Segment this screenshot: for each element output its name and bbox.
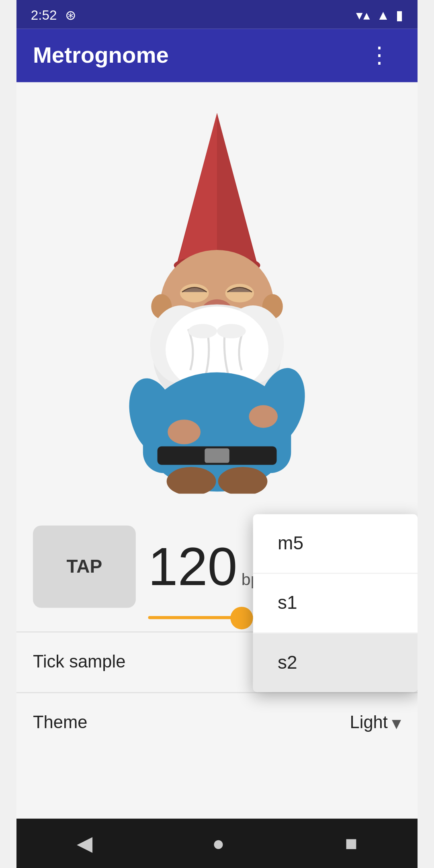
signal-icon: ▲ — [377, 7, 390, 22]
main-content: TAP 120 bpm Tick sample s2 ▾ Theme Light… — [16, 82, 418, 819]
app-title: Metrognome — [33, 42, 169, 69]
dropdown-item-s2[interactable]: s2 — [253, 633, 418, 692]
more-options-button[interactable]: ⋮ — [360, 40, 401, 71]
theme-dropdown-arrow: ▾ — [392, 712, 401, 734]
gnome-area — [16, 82, 418, 514]
home-button[interactable]: ● — [188, 823, 250, 864]
theme-label: Theme — [33, 713, 87, 733]
battery-icon: ▮ — [396, 7, 403, 22]
app-bar: Metrognome ⋮ — [16, 29, 418, 82]
svg-rect-27 — [205, 448, 229, 463]
bpm-value: 120 — [148, 540, 237, 594]
back-button[interactable]: ◀ — [52, 823, 117, 864]
svg-point-18 — [188, 324, 217, 338]
svg-point-8 — [225, 284, 254, 302]
notification-icon: ⊛ — [65, 7, 76, 22]
theme-row: Theme Light ▾ — [16, 692, 418, 753]
dropdown-item-s1[interactable]: s1 — [253, 574, 418, 633]
gnome-illustration — [104, 103, 330, 494]
svg-marker-2 — [217, 113, 256, 262]
status-left: 2:52 ⊛ — [31, 7, 76, 22]
recent-button[interactable]: ■ — [320, 823, 382, 864]
status-time: 2:52 — [31, 7, 57, 22]
wifi-icon: ▾▴ — [356, 7, 371, 22]
svg-point-7 — [180, 284, 209, 302]
tap-button[interactable]: TAP — [33, 526, 136, 608]
svg-point-19 — [217, 324, 246, 338]
theme-selector[interactable]: Light ▾ — [350, 712, 401, 734]
theme-value: Light — [350, 713, 387, 733]
nav-bar: ◀ ● ■ — [16, 819, 418, 868]
svg-point-25 — [249, 405, 278, 428]
dropdown-item-m5[interactable]: m5 — [253, 514, 418, 574]
status-right: ▾▴ ▲ ▮ — [356, 7, 403, 22]
svg-point-24 — [168, 420, 201, 444]
tick-sample-dropdown-popup: m5 s1 s2 — [253, 514, 418, 692]
status-bar: 2:52 ⊛ ▾▴ ▲ ▮ — [16, 0, 418, 29]
tick-sample-label: Tick sample — [33, 652, 125, 673]
